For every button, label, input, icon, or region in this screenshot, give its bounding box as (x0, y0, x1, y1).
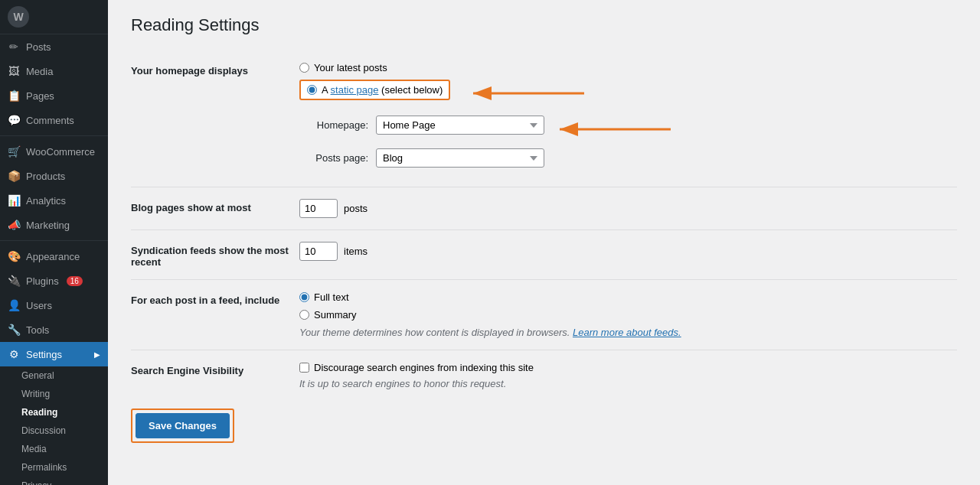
summary-option[interactable]: Summary (299, 309, 957, 321)
sidebar-divider (0, 135, 108, 136)
sidebar-item-tools[interactable]: 🔧 Tools (0, 317, 108, 342)
search-engine-checkbox[interactable] (299, 363, 309, 373)
blog-pages-wrap: posts (299, 199, 368, 218)
sidebar-submenu-media[interactable]: Media (0, 440, 108, 458)
search-engine-notice: It is up to search engines to honor this… (299, 378, 957, 389)
sidebar-item-plugins[interactable]: 🔌 Plugins 16 (0, 269, 108, 293)
sidebar-item-label: Marketing (26, 220, 70, 231)
settings-arrow: ▶ (94, 350, 100, 359)
sidebar-item-label: Products (26, 171, 65, 182)
search-engine-label: Search Engine Visibility (131, 362, 299, 376)
main-content-wrap: Reading Settings Your homepage displays … (108, 0, 980, 485)
plugins-badge: 16 (67, 276, 83, 286)
sidebar-item-users[interactable]: 👤 Users (0, 293, 108, 317)
homepage-select-arrow (552, 118, 675, 141)
sidebar-item-pages[interactable]: 📋 Pages (0, 83, 108, 108)
blog-pages-label: Blog pages show at most (131, 199, 299, 213)
syndication-feeds-control: items (299, 242, 957, 261)
sidebar-item-label: Plugins (26, 275, 59, 287)
sidebar-item-woocommerce[interactable]: 🛒 WooCommerce (0, 139, 108, 164)
sidebar-submenu-reading[interactable]: Reading (0, 403, 108, 422)
homepage-select-label: Homepage: (299, 119, 368, 131)
latest-posts-option[interactable]: Your latest posts (299, 62, 957, 73)
full-text-option[interactable]: Full text (299, 291, 957, 303)
static-page-highlight-box: A static page (select below) (299, 80, 450, 100)
marketing-icon: 📣 (8, 219, 20, 231)
summary-radio[interactable] (299, 310, 309, 320)
media-icon: 🖼 (8, 65, 20, 77)
blog-pages-row: Blog pages show at most posts (131, 187, 957, 229)
homepage-displays-row: Your homepage displays Your latest posts… (131, 50, 957, 187)
sidebar-submenu-permalinks[interactable]: Permalinks (0, 458, 108, 477)
static-page-link[interactable]: static page (331, 84, 379, 96)
tools-icon: 🔧 (8, 324, 20, 336)
sidebar-item-settings[interactable]: ⚙ Settings ▶ (0, 342, 108, 366)
settings-table: Your homepage displays Your latest posts… (131, 50, 957, 401)
sidebar-item-products[interactable]: 📦 Products (0, 164, 108, 188)
static-page-radio[interactable] (307, 85, 317, 95)
summary-label: Summary (314, 309, 357, 321)
sidebar-item-appearance[interactable]: 🎨 Appearance (0, 244, 108, 269)
sidebar-item-comments[interactable]: 💬 Comments (0, 108, 108, 132)
static-page-arrow (466, 82, 596, 105)
latest-posts-radio[interactable] (299, 63, 309, 73)
sidebar-item-analytics[interactable]: 📊 Analytics (0, 188, 108, 213)
plugins-icon: 🔌 (8, 275, 20, 287)
search-engine-checkbox-text: Discourage search engines from indexing … (314, 362, 534, 373)
sidebar-item-marketing[interactable]: 📣 Marketing (0, 213, 108, 237)
sidebar-submenu-general[interactable]: General (0, 366, 108, 385)
sidebar-submenu-privacy[interactable]: Privacy (0, 477, 108, 485)
full-text-label: Full text (314, 291, 349, 303)
sidebar-item-posts[interactable]: ✏ Posts (0, 34, 108, 59)
wp-logo-area: W (0, 0, 108, 34)
sidebar-submenu-writing[interactable]: Writing (0, 385, 108, 403)
posts-page-select[interactable]: Blog Home Page About Contact (376, 148, 544, 168)
full-text-radio[interactable] (299, 292, 309, 302)
static-page-label: A static page (select below) (322, 84, 443, 96)
latest-posts-label: Your latest posts (314, 62, 387, 73)
sidebar-item-label: Comments (26, 115, 74, 126)
woocommerce-icon: 🛒 (8, 145, 20, 158)
sidebar-item-media[interactable]: 🖼 Media (0, 59, 108, 83)
settings-submenu: General Writing Reading Discussion Media (0, 366, 108, 485)
sidebar-item-label: Posts (26, 41, 51, 53)
sidebar-submenu-discussion[interactable]: Discussion (0, 422, 108, 440)
users-icon: 👤 (8, 299, 20, 311)
comments-icon: 💬 (8, 114, 20, 126)
sidebar-item-label: Tools (26, 324, 49, 336)
sidebar-item-label: Pages (26, 90, 54, 102)
search-engine-row: Search Engine Visibility Discourage sear… (131, 350, 957, 401)
syndication-feeds-wrap: items (299, 242, 368, 261)
posts-page-label: Posts page: (299, 152, 368, 164)
syndication-feeds-label: Syndication feeds show the most recent (131, 242, 299, 268)
feed-include-control: Full text Summary Your theme determines … (299, 291, 957, 338)
settings-icon: ⚙ (8, 348, 20, 360)
search-engine-control: Discourage search engines from indexing … (299, 362, 957, 389)
save-button[interactable]: Save Changes (136, 413, 230, 438)
syndication-feeds-suffix: items (344, 246, 368, 257)
search-engine-checkbox-label[interactable]: Discourage search engines from indexing … (299, 362, 957, 373)
blog-pages-input[interactable] (299, 199, 338, 218)
sidebar-divider-2 (0, 240, 108, 241)
main-content: Reading Settings Your homepage displays … (108, 0, 980, 458)
wp-logo: W (8, 6, 29, 28)
analytics-icon: 📊 (8, 194, 20, 207)
learn-more-link[interactable]: Learn more about feeds. (573, 327, 681, 338)
products-icon: 📦 (8, 170, 20, 182)
blog-pages-suffix: posts (344, 203, 368, 214)
sidebar: W ✏ Posts 🖼 Media 📋 Pages 💬 Comments 🛒 W… (0, 0, 108, 485)
homepage-select[interactable]: Home Page About Contact Blog (376, 116, 544, 135)
save-button-wrap: Save Changes (131, 409, 234, 443)
feed-notice: Your theme determines how content is dis… (299, 327, 957, 338)
sidebar-item-label: Settings (26, 349, 62, 360)
page-title: Reading Settings (131, 15, 957, 35)
syndication-feeds-input[interactable] (299, 242, 338, 261)
syndication-feeds-row: Syndication feeds show the most recent i… (131, 229, 957, 279)
homepage-displays-label: Your homepage displays (131, 62, 299, 76)
sidebar-item-label: WooCommerce (26, 146, 95, 158)
sidebar-item-label: Media (26, 66, 53, 77)
sidebar-item-label: Appearance (26, 251, 80, 262)
pages-icon: 📋 (8, 90, 20, 102)
homepage-displays-control: Your latest posts A static page (select … (299, 62, 957, 175)
blog-pages-control: posts (299, 199, 957, 218)
